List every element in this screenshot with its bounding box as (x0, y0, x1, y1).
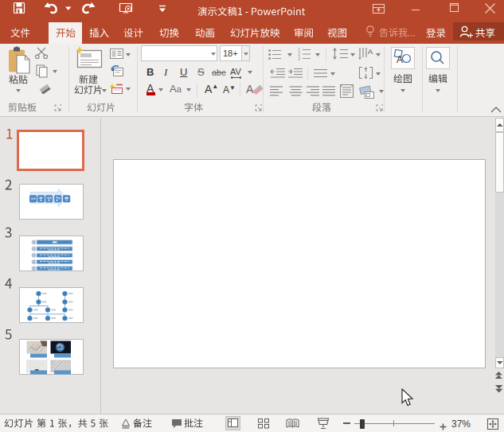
svg-text:AV: AV (230, 67, 242, 76)
svg-text:A: A (368, 48, 373, 56)
svg-text:A: A (397, 54, 403, 65)
